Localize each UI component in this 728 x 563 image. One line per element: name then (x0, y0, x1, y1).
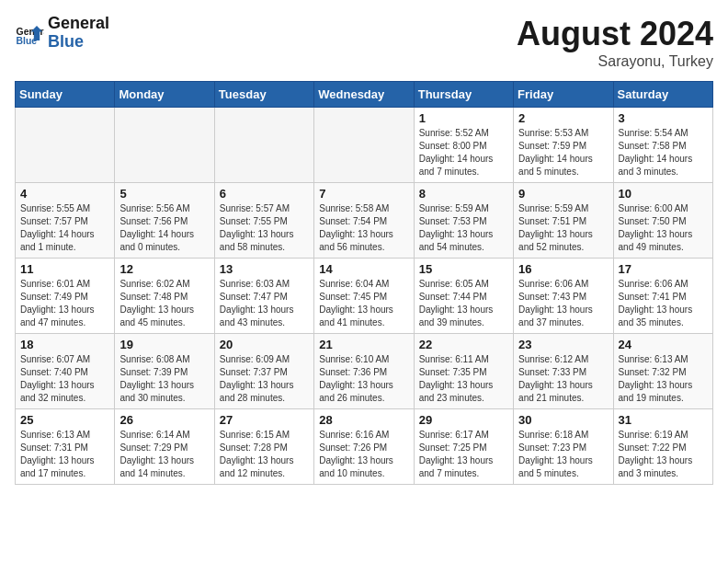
day-number: 10 (619, 187, 708, 201)
day-number: 15 (419, 262, 508, 276)
location-subtitle: Sarayonu, Turkey (517, 53, 713, 70)
calendar-cell: 14Sunrise: 6:04 AMSunset: 7:45 PMDayligh… (314, 259, 414, 334)
calendar-cell (115, 108, 214, 183)
weekday-header-saturday: Saturday (613, 82, 712, 108)
calendar-cell: 21Sunrise: 6:10 AMSunset: 7:36 PMDayligh… (314, 334, 414, 409)
day-info: Sunrise: 6:16 AMSunset: 7:26 PMDaylight:… (319, 429, 408, 480)
day-number: 27 (220, 413, 309, 427)
weekday-header-thursday: Thursday (414, 82, 513, 108)
day-info: Sunrise: 6:11 AMSunset: 7:35 PMDaylight:… (419, 353, 508, 405)
day-number: 7 (319, 187, 408, 201)
calendar-cell: 31Sunrise: 6:19 AMSunset: 7:22 PMDayligh… (613, 409, 712, 485)
calendar-cell: 4Sunrise: 5:55 AMSunset: 7:57 PMDaylight… (16, 183, 115, 259)
day-number: 13 (220, 262, 309, 276)
day-info: Sunrise: 5:57 AMSunset: 7:55 PMDaylight:… (220, 202, 309, 254)
calendar-cell: 17Sunrise: 6:06 AMSunset: 7:41 PMDayligh… (613, 259, 712, 334)
week-row-4: 18Sunrise: 6:07 AMSunset: 7:40 PMDayligh… (16, 334, 713, 409)
weekday-header-sunday: Sunday (16, 82, 115, 108)
day-info: Sunrise: 6:02 AMSunset: 7:48 PMDaylight:… (119, 278, 209, 329)
calendar-cell (16, 108, 115, 183)
day-info: Sunrise: 6:17 AMSunset: 7:25 PMDaylight:… (419, 429, 508, 480)
day-number: 5 (119, 187, 209, 201)
weekday-header-friday: Friday (514, 82, 613, 108)
calendar-cell: 10Sunrise: 6:00 AMSunset: 7:50 PMDayligh… (613, 183, 712, 259)
weekday-header-tuesday: Tuesday (214, 82, 313, 108)
calendar-cell: 8Sunrise: 5:59 AMSunset: 7:53 PMDaylight… (414, 183, 513, 259)
day-info: Sunrise: 6:09 AMSunset: 7:37 PMDaylight:… (220, 353, 309, 405)
calendar-cell: 18Sunrise: 6:07 AMSunset: 7:40 PMDayligh… (16, 334, 115, 409)
calendar-cell: 29Sunrise: 6:17 AMSunset: 7:25 PMDayligh… (414, 409, 513, 485)
day-number: 28 (319, 413, 408, 427)
calendar-cell: 7Sunrise: 5:58 AMSunset: 7:54 PMDaylight… (314, 183, 414, 259)
day-info: Sunrise: 6:04 AMSunset: 7:45 PMDaylight:… (319, 278, 408, 329)
day-info: Sunrise: 5:59 AMSunset: 7:51 PMDaylight:… (518, 202, 608, 254)
day-number: 16 (518, 262, 608, 276)
calendar-table: SundayMondayTuesdayWednesdayThursdayFrid… (15, 81, 713, 485)
day-info: Sunrise: 6:05 AMSunset: 7:44 PMDaylight:… (419, 278, 508, 329)
calendar-cell (314, 108, 414, 183)
day-info: Sunrise: 6:01 AMSunset: 7:49 PMDaylight:… (20, 278, 109, 329)
day-info: Sunrise: 5:55 AMSunset: 7:57 PMDaylight:… (20, 202, 109, 254)
day-info: Sunrise: 6:06 AMSunset: 7:43 PMDaylight:… (518, 278, 608, 329)
day-number: 2 (518, 111, 608, 125)
day-number: 30 (518, 413, 608, 427)
day-number: 3 (619, 111, 708, 125)
day-number: 18 (20, 338, 109, 351)
day-info: Sunrise: 5:54 AMSunset: 7:58 PMDaylight:… (619, 127, 708, 178)
calendar-cell: 11Sunrise: 6:01 AMSunset: 7:49 PMDayligh… (16, 259, 115, 334)
day-number: 14 (319, 262, 408, 276)
day-info: Sunrise: 6:03 AMSunset: 7:47 PMDaylight:… (220, 278, 309, 329)
weekday-header-wednesday: Wednesday (314, 82, 414, 108)
week-row-1: 1Sunrise: 5:52 AMSunset: 8:00 PMDaylight… (16, 108, 713, 183)
calendar-cell: 3Sunrise: 5:54 AMSunset: 7:58 PMDaylight… (613, 108, 712, 183)
logo-icon: General Blue (15, 18, 44, 48)
day-info: Sunrise: 5:52 AMSunset: 8:00 PMDaylight:… (419, 127, 508, 178)
week-row-3: 11Sunrise: 6:01 AMSunset: 7:49 PMDayligh… (16, 259, 713, 334)
day-info: Sunrise: 5:58 AMSunset: 7:54 PMDaylight:… (319, 202, 408, 254)
calendar-cell: 27Sunrise: 6:15 AMSunset: 7:28 PMDayligh… (214, 409, 313, 485)
day-info: Sunrise: 5:53 AMSunset: 7:59 PMDaylight:… (518, 127, 608, 178)
calendar-cell: 23Sunrise: 6:12 AMSunset: 7:33 PMDayligh… (514, 334, 613, 409)
day-info: Sunrise: 6:19 AMSunset: 7:22 PMDaylight:… (619, 429, 708, 480)
calendar-cell: 24Sunrise: 6:13 AMSunset: 7:32 PMDayligh… (613, 334, 712, 409)
day-number: 17 (619, 262, 708, 276)
day-number: 9 (518, 187, 608, 201)
day-number: 22 (419, 338, 508, 351)
calendar-cell: 19Sunrise: 6:08 AMSunset: 7:39 PMDayligh… (115, 334, 214, 409)
day-info: Sunrise: 6:13 AMSunset: 7:31 PMDaylight:… (20, 429, 109, 480)
day-number: 31 (619, 413, 708, 427)
day-number: 1 (419, 111, 508, 125)
day-number: 23 (518, 338, 608, 351)
calendar-cell: 15Sunrise: 6:05 AMSunset: 7:44 PMDayligh… (414, 259, 513, 334)
day-number: 29 (419, 413, 508, 427)
day-info: Sunrise: 6:14 AMSunset: 7:29 PMDaylight:… (119, 429, 209, 480)
day-number: 25 (20, 413, 109, 427)
day-number: 26 (119, 413, 209, 427)
calendar-cell: 6Sunrise: 5:57 AMSunset: 7:55 PMDaylight… (214, 183, 313, 259)
page-header: General Blue General Blue August 2024 Sa… (15, 15, 713, 70)
day-info: Sunrise: 6:08 AMSunset: 7:39 PMDaylight:… (119, 353, 209, 405)
logo-general: General (48, 15, 109, 33)
weekday-header-monday: Monday (115, 82, 214, 108)
week-row-2: 4Sunrise: 5:55 AMSunset: 7:57 PMDaylight… (16, 183, 713, 259)
calendar-cell: 20Sunrise: 6:09 AMSunset: 7:37 PMDayligh… (214, 334, 313, 409)
day-info: Sunrise: 6:10 AMSunset: 7:36 PMDaylight:… (319, 353, 408, 405)
calendar-cell: 16Sunrise: 6:06 AMSunset: 7:43 PMDayligh… (514, 259, 613, 334)
month-title: August 2024 (517, 15, 713, 53)
calendar-cell: 1Sunrise: 5:52 AMSunset: 8:00 PMDaylight… (414, 108, 513, 183)
weekday-header-row: SundayMondayTuesdayWednesdayThursdayFrid… (16, 82, 713, 108)
calendar-cell: 25Sunrise: 6:13 AMSunset: 7:31 PMDayligh… (16, 409, 115, 485)
day-info: Sunrise: 6:06 AMSunset: 7:41 PMDaylight:… (619, 278, 708, 329)
day-number: 19 (119, 338, 209, 351)
logo-blue: Blue (48, 33, 109, 52)
day-info: Sunrise: 6:13 AMSunset: 7:32 PMDaylight:… (619, 353, 708, 405)
day-number: 4 (20, 187, 109, 201)
calendar-cell (214, 108, 313, 183)
day-info: Sunrise: 6:00 AMSunset: 7:50 PMDaylight:… (619, 202, 708, 254)
week-row-5: 25Sunrise: 6:13 AMSunset: 7:31 PMDayligh… (16, 409, 713, 485)
day-number: 24 (619, 338, 708, 351)
calendar-cell: 22Sunrise: 6:11 AMSunset: 7:35 PMDayligh… (414, 334, 513, 409)
day-number: 12 (119, 262, 209, 276)
day-number: 6 (220, 187, 309, 201)
day-number: 8 (419, 187, 508, 201)
